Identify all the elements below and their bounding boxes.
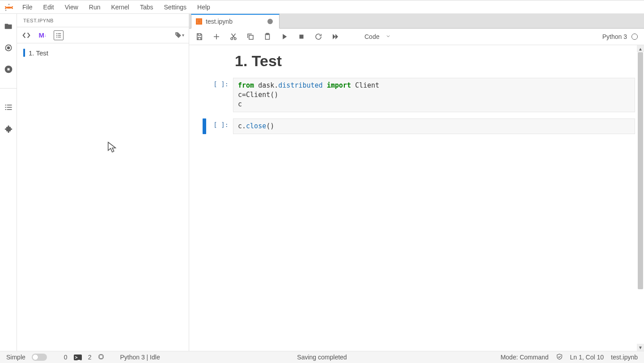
svg-point-0 [8,4,10,5]
tab-label: test.ipynb [206,18,233,25]
kernel-status-icon[interactable] [631,34,638,40]
toc-toolbar: M↓ ▾ [17,27,189,43]
svg-rect-7 [7,105,12,106]
menu-tabs[interactable]: Tabs [135,1,159,13]
terminal-icon[interactable]: >_ [74,355,82,360]
consoles-count[interactable]: 0 [64,354,68,361]
svg-rect-12 [56,33,58,34]
toc-item-bar [23,49,25,57]
mode-status: Mode: Command [500,354,548,361]
cell-code[interactable]: from dask.distributed import Clientc=Cli… [233,78,635,112]
svg-rect-24 [99,355,103,359]
notebook-heading: 1. Test [235,52,635,70]
svg-rect-16 [56,37,58,37]
code-cell[interactable]: [ ]: c.close() [203,118,635,134]
scrollbar-thumb[interactable] [638,52,643,289]
cut-button[interactable] [229,33,237,41]
file-browser-icon[interactable] [4,22,13,31]
svg-rect-6 [5,105,6,106]
tab-bar: test.ipynb [189,14,644,29]
paste-button[interactable] [263,33,271,41]
dirty-indicator-icon [267,19,273,24]
menu-view[interactable]: View [59,1,84,13]
kernel-name[interactable]: Python 3 [602,33,627,40]
save-status: Saving completed [297,354,347,361]
kernels-icon[interactable] [97,353,105,362]
collapse-code-icon[interactable] [21,30,31,40]
trust-icon[interactable] [556,353,563,362]
tag-icon[interactable]: ▾ [174,30,184,40]
editor-area: test.ipynb [189,14,644,351]
activity-bar [0,14,17,351]
toc-item[interactable]: 1. Test [21,47,184,59]
code-cell[interactable]: [ ]: from dask.distributed import Client… [203,78,635,112]
menubar: File Edit View Run Kernel Tabs Settings … [0,0,644,14]
menu-edit[interactable]: Edit [38,1,59,13]
svg-rect-23 [300,35,304,39]
cell-prompt: [ ]: [206,118,233,128]
svg-rect-20 [249,35,253,39]
extension-icon[interactable] [4,124,13,133]
scroll-up-button[interactable]: ▲ [637,45,644,52]
side-panel-title: TEST.IPYNB [17,14,189,27]
add-cell-button[interactable] [212,33,220,41]
menu-settings[interactable]: Settings [159,1,192,13]
run-all-button[interactable] [331,33,339,41]
cursor-position: Ln 1, Col 10 [570,354,604,361]
running-icon[interactable] [4,43,13,52]
svg-rect-14 [56,35,58,35]
restart-button[interactable] [314,33,322,41]
cell-prompt: [ ]: [206,78,233,88]
toc-icon[interactable] [4,103,13,112]
svg-rect-10 [5,109,6,110]
scroll-down-button[interactable]: ▼ [637,344,644,351]
markdown-icon[interactable]: M↓ [38,30,47,40]
menu-help[interactable]: Help [192,1,216,13]
svg-point-19 [234,38,237,40]
status-filename: test.ipynb [611,354,638,361]
simple-toggle[interactable] [32,354,47,361]
menu-file[interactable]: File [17,1,38,13]
terminals-count[interactable]: 2 [88,354,92,361]
stop-kernels-icon[interactable] [4,65,13,74]
svg-rect-8 [5,107,6,108]
run-button[interactable] [280,33,288,41]
side-panel: TEST.IPYNB M↓ ▾ 1. Test [17,14,189,351]
svg-rect-5 [7,68,10,71]
svg-point-1 [5,9,7,11]
status-bar: Simple 0 >_ 2 Python 3 | Idle Saving com… [0,351,644,363]
menu-run[interactable]: Run [84,1,106,13]
copy-button[interactable] [246,33,254,41]
celltype-label: Code [364,33,379,40]
celltype-dropdown[interactable]: Code [362,33,394,40]
notebook-icon [196,18,202,25]
interrupt-button[interactable] [297,33,305,41]
svg-rect-13 [58,33,61,34]
svg-rect-15 [58,35,61,35]
toc-item-label: 1. Test [29,49,48,57]
simple-label: Simple [6,354,25,361]
numbering-icon[interactable] [54,30,64,40]
svg-point-18 [231,38,233,40]
svg-rect-11 [7,109,12,110]
jupyter-logo-icon[interactable] [4,2,14,13]
notebook-body[interactable]: ▲ ▼ 1. Test [ ]: from dask.distributed i… [189,45,644,351]
kernel-status[interactable]: Python 3 | Idle [120,354,160,361]
svg-rect-9 [7,107,12,108]
notebook-toolbar: Code Python 3 [189,29,644,45]
cell-code[interactable]: c.close() [233,118,635,134]
menu-kernel[interactable]: Kernel [106,1,134,13]
svg-rect-17 [58,37,61,37]
svg-point-3 [7,47,9,49]
tab-test-ipynb[interactable]: test.ipynb [191,14,280,29]
save-button[interactable] [195,33,203,41]
chevron-down-icon [386,33,391,40]
